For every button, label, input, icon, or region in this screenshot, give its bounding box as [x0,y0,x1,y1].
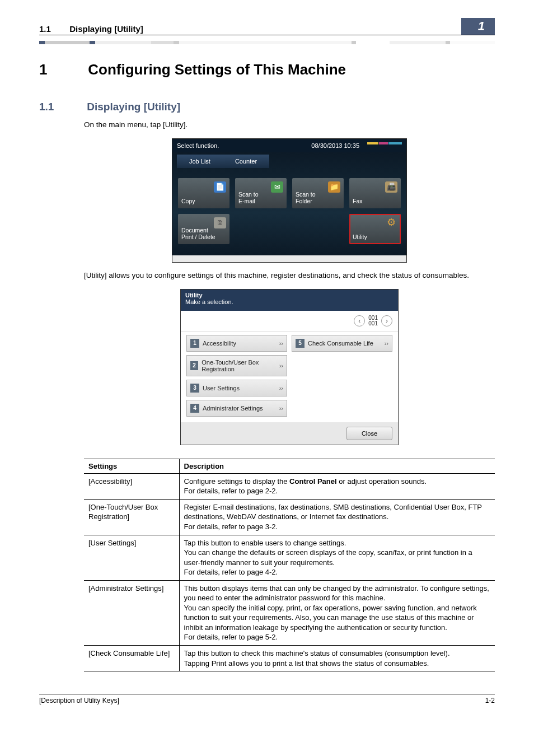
tile-utility[interactable]: Utility⚙ [349,214,401,244]
table-row: [User Settings]Tap this button to enable… [84,535,495,580]
tab-counter[interactable]: Counter [223,155,269,168]
screenshot-utility-menu: Utility Make a selection. ‹ 001 001 › 1A… [180,289,399,445]
tile-label: Scan to E-mail [238,191,259,205]
setting-name: [Accessibility] [84,473,179,499]
tile-label: Copy [181,198,195,205]
header-section-no: 1.1 [39,24,67,34]
menu-item-number: 3 [190,384,199,393]
menu-item-label: One-Touch/User Box Registration [202,359,283,372]
table-row: [Administrator Settings]This button disp… [84,580,495,645]
tile-label: Scan to Folder [296,191,316,205]
setting-name: [One-Touch/User Box Registration] [84,499,179,535]
section-heading: 1.1 Displaying [Utility] [39,101,495,113]
menu-item-number: 2 [190,361,198,370]
setting-description: Register E-mail destinations, fax destin… [179,499,495,535]
running-header: 1.1 Displaying [Utility] 1 [39,17,495,35]
table-head-settings: Settings [84,459,179,473]
decorative-strip [39,41,495,44]
menu-item-one-touch-user-box-registration[interactable]: 2One-Touch/User Box Registration›› [186,355,287,376]
setting-description: Configure settings to display the Contro… [179,473,495,499]
menu-item-number: 4 [190,404,199,413]
footer-right: 1-2 [485,697,495,704]
table-row: [One-Touch/User Box Registration]Registe… [84,499,495,535]
chevron-right-icon: ›› [279,385,283,391]
chevron-right-icon: ›› [385,340,388,347]
setting-description: Tap this button to enable users to chang… [179,535,495,580]
intro-paragraph: On the main menu, tap [Utility]. [84,120,495,130]
chapter-heading: 1 Configuring Settings of This Machine [39,61,495,78]
utility-subtitle: Make a selection. [185,298,394,305]
copy-icon: 📄 [214,181,226,193]
settings-table: Settings Description [Accessibility]Conf… [84,459,495,671]
fax-icon: 📠 [385,181,397,193]
setting-description: This button displays items that can only… [179,580,495,645]
tile-document-print-delete[interactable]: Document Print / Delete🗎 [178,214,229,244]
setting-name: [Check Consumable Life] [84,645,179,671]
chapter-badge: 1 [461,18,495,35]
folder-icon: 📁 [328,181,340,193]
page-indicator: 001 001 [368,315,378,326]
page-prev-button[interactable]: ‹ [354,315,365,326]
setting-description: Tap this button to check this machine's … [179,645,495,671]
menu-item-label: User Settings [203,385,240,391]
section-title: Displaying [Utility] [87,101,180,113]
tile-copy[interactable]: Copy📄 [178,178,229,208]
menu-item-administrator-settings[interactable]: 4Administrator Settings›› [186,400,287,417]
page-footer: [Description of Utility Keys] 1-2 [39,694,495,704]
tile-label: Fax [353,198,363,205]
tile-label: Document Print / Delete [181,227,216,241]
screenshot-main-menu: Select function. 08/30/2013 10:35 Job Li… [172,138,407,263]
menu-item-user-settings[interactable]: 3User Settings›› [186,380,287,396]
email-icon: ✉ [271,181,283,193]
tile-scan-to-folder[interactable]: Scan to Folder📁 [292,178,344,208]
menu-item-number: 1 [190,339,199,348]
mid-paragraph: [Utility] allows you to configure settin… [84,270,495,281]
tile-label: Utility [353,234,367,241]
select-function-prompt: Select function. [177,142,219,149]
section-number: 1.1 [39,101,84,113]
menu-item-number: 5 [296,339,305,348]
table-head-description: Description [179,459,495,473]
tile-fax[interactable]: Fax📠 [349,178,401,208]
datetime-label: 08/30/2013 10:35 [311,142,359,149]
menu-item-check-consumable-life[interactable]: 5Check Consumable Life›› [292,335,392,352]
chapter-number: 1 [39,61,84,78]
tile-scan-to-e-mail[interactable]: Scan to E-mail✉ [235,178,287,208]
close-button[interactable]: Close [346,427,392,440]
footer-left: [Description of Utility Keys] [39,697,119,704]
gear-icon: ⚙ [385,217,397,228]
table-row: [Check Consumable Life]Tap this button t… [84,645,495,671]
document-icon: 🗎 [214,217,226,228]
chevron-right-icon: ›› [279,405,283,412]
menu-item-accessibility[interactable]: 1Accessibility›› [186,335,287,352]
toner-bars-icon [367,142,402,144]
utility-title: Utility [185,292,394,298]
header-left: 1.1 Displaying [Utility] [39,24,143,34]
header-section-title: Displaying [Utility] [69,24,143,34]
setting-name: [User Settings] [84,535,179,580]
tab-job-list[interactable]: Job List [177,155,223,168]
table-row: [Accessibility]Configure settings to dis… [84,473,495,499]
page-next-button[interactable]: › [381,315,392,326]
chevron-right-icon: ›› [279,362,283,369]
menu-item-label: Administrator Settings [203,405,263,412]
chevron-right-icon: ›› [279,340,283,347]
menu-item-label: Check Consumable Life [308,340,373,347]
menu-item-label: Accessibility [203,340,236,347]
chapter-title: Configuring Settings of This Machine [88,61,346,78]
setting-name: [Administrator Settings] [84,580,179,645]
